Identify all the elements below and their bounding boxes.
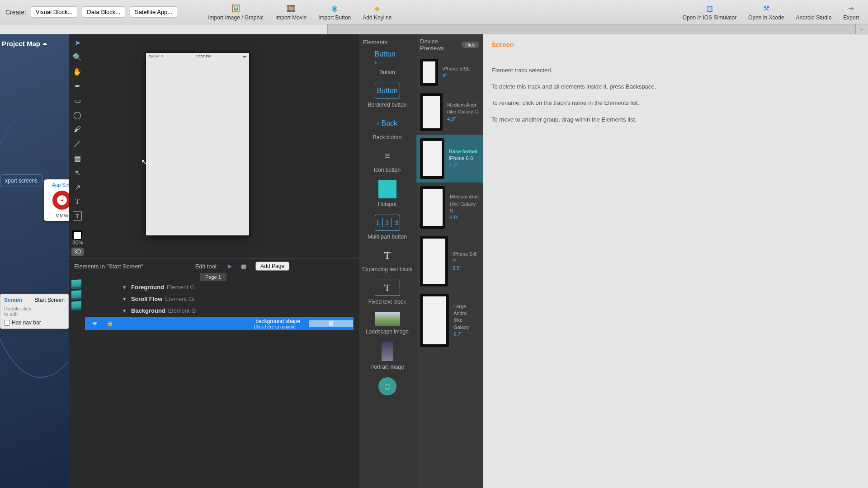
active-tab[interactable] (0, 24, 328, 34)
layer-icon[interactable] (71, 279, 81, 287)
app-settings-title: App Setti (47, 182, 69, 188)
chevron-down-icon[interactable]: ▾ (123, 296, 131, 302)
track-scroll-flow[interactable]: ▾ Scroll Flow Element Gr (123, 293, 354, 305)
chevron-down-icon[interactable]: ▾ (123, 307, 131, 314)
brush-tool-icon[interactable]: 🖌 (73, 125, 82, 134)
xcode-icon: ⚒ (761, 4, 771, 14)
rect-tool-icon[interactable]: ▭ (73, 96, 82, 105)
inspector-title: Screen (491, 41, 860, 48)
import-movie-button[interactable]: 🎞️ Import Movie (275, 4, 307, 21)
button-preview: Button › (375, 50, 400, 66)
phone-preview[interactable]: Carrier ᯤ 12:57 PM ▬ (146, 52, 250, 236)
ios-icon: ▥ (704, 4, 714, 14)
landscape-preview (375, 312, 400, 326)
node-tool-icon[interactable]: ↖ (73, 168, 82, 177)
screen-card[interactable]: Screen Start Screen Double-click to edit… (0, 294, 69, 329)
device-previews-panel: Device Previews Hide iPhone 5/SE4" Mediu… (416, 34, 483, 488)
layer-icon[interactable] (71, 301, 81, 309)
open-ios-button[interactable]: ▥ Open in iOS Simulator (683, 4, 736, 21)
track-foreground[interactable]: ▾ Foreground Element G (123, 281, 354, 293)
add-keyline-button[interactable]: ◆ Add Keyline (363, 4, 392, 21)
view-3d-button[interactable]: 3D (71, 248, 84, 256)
new-tab-button[interactable]: + (855, 24, 868, 34)
import-button-button[interactable]: ◉ Import Button (318, 4, 351, 21)
page-tab[interactable]: Page 1 (200, 273, 226, 281)
multi-preview: 123 (375, 215, 400, 231)
android-icon (809, 4, 819, 14)
device-android-large-57[interactable]: Large Andro(like Galaxy5.7" (416, 290, 483, 351)
app-label: MMW (47, 213, 69, 218)
lib-hex-item[interactable]: ⬡ (359, 377, 416, 395)
lib-expanding-text[interactable]: T Expanding text block (359, 247, 416, 272)
android-studio-button[interactable]: Android Studio (796, 4, 832, 21)
satellite-app-button[interactable]: Satellite App... (130, 6, 177, 18)
import-image-button[interactable]: 🖼️ Import Image / Graphic (208, 4, 264, 21)
lib-button[interactable]: Button › Button (359, 50, 416, 75)
portrait-preview (382, 342, 393, 361)
bordered-preview: Button (375, 83, 400, 99)
lib-bordered-button[interactable]: Button Bordered button (359, 83, 416, 108)
device-iphone-5se[interactable]: iPhone 5/SE4" (416, 55, 483, 89)
elements-library-panel: Elements Button › Button Button Bordered… (358, 34, 416, 488)
text-tool-icon[interactable]: T (73, 197, 82, 206)
screen-card-title: Screen (4, 297, 22, 303)
lib-icon-button[interactable]: ≡ Icon button (359, 148, 416, 173)
timeline-block[interactable] (308, 319, 354, 328)
edit-frame-icon[interactable]: ▦ (241, 263, 246, 270)
ellipse-tool-icon[interactable]: ◯ (73, 110, 82, 119)
zoom-tool-icon[interactable]: 🔍 (73, 52, 82, 61)
canvas-panel: ➤ 🔍 ✋ ✒ ▭ ◯ 🖌 ／ ▤ ↖ ↗ T T 30% 3D Carrier… (69, 34, 358, 488)
textbox-tool-icon[interactable]: T (73, 211, 82, 221)
direct-tool-icon[interactable]: ↗ (73, 183, 82, 192)
device-frame (420, 294, 449, 347)
layer-icon[interactable] (71, 290, 81, 298)
lib-back-button[interactable]: ‹ Back Back button (359, 115, 416, 141)
chevron-down-icon[interactable]: ▾ (123, 284, 131, 291)
lib-portrait-image[interactable]: Portrait image (359, 342, 416, 370)
device-previews-title: Device Previews (420, 38, 462, 52)
device-frame (420, 59, 438, 86)
lib-multipart-button[interactable]: 123 Multi-part button (359, 215, 416, 240)
exptext-preview: T (375, 247, 400, 263)
export-screens-chip[interactable]: xport screens (0, 174, 42, 187)
device-android-medium-43[interactable]: Medium Andr(like Galaxy C4.3" (416, 89, 483, 135)
tab-strip: + (0, 24, 868, 34)
pen-tool-icon[interactable]: ✒ (73, 81, 82, 90)
hide-button[interactable]: Hide (462, 42, 479, 48)
device-iphone-6-8[interactable]: Base formatiPhone 6-84.7" (416, 135, 483, 183)
device-iphone-6-8-plus[interactable]: iPhone 6-8 P5.5" (416, 232, 483, 290)
project-map-panel: Project Map ☁︎ xport screens App Setti ✦… (0, 34, 69, 488)
status-bar: Carrier ᯤ 12:57 PM ▬ (146, 53, 249, 59)
color-swatch[interactable] (72, 230, 82, 240)
lib-hotspot[interactable]: Hotspot (359, 180, 416, 207)
tool-strip: ➤ 🔍 ✋ ✒ ▭ ◯ 🖌 ／ ▤ ↖ ↗ T T (71, 38, 83, 240)
edit-pointer-icon[interactable]: ➤ (227, 263, 232, 270)
screen-card-subtitle: Start Screen (34, 297, 65, 303)
carrier-label: Carrier ᯤ (149, 54, 165, 58)
elements-panel-title: Elements in "Start Screen" (74, 263, 143, 270)
has-nav-checkbox[interactable]: Has nav bar (4, 319, 65, 326)
data-block-button[interactable]: Data Block... (82, 6, 125, 18)
gradient-tool-icon[interactable]: ▤ (73, 154, 82, 163)
lib-landscape-image[interactable]: Landscape image (359, 312, 416, 335)
edit-tool-label: Edit tool: (195, 263, 218, 270)
add-page-button[interactable]: Add Page (255, 262, 289, 271)
open-xcode-button[interactable]: ⚒ Open in Xcode (748, 4, 784, 21)
visibility-icon[interactable]: 👁 (92, 320, 98, 327)
device-android-medium-48[interactable]: Medium Andr(like Galaxy S4.8" (416, 183, 483, 232)
lock-icon[interactable]: 🔒 (107, 320, 113, 327)
inspector-text: Element track selected. (491, 66, 860, 75)
visual-block-button[interactable]: Visual Block... (31, 6, 77, 18)
pointer-tool-icon[interactable]: ➤ (73, 38, 82, 47)
cloud-icon[interactable]: ☁︎ (42, 40, 47, 47)
screen-hint2: to edit (4, 311, 65, 317)
selected-element-row[interactable]: 👁 🔒 background shape Click here to renam… (85, 317, 354, 330)
hand-tool-icon[interactable]: ✋ (73, 67, 82, 76)
inspector-panel: Screen Element track selected. To delete… (483, 34, 868, 488)
has-nav-input[interactable] (4, 320, 10, 326)
app-settings-card[interactable]: App Setti ✦ MMW (44, 179, 69, 221)
lib-fixed-text[interactable]: T Fixed text block (359, 280, 416, 305)
line-tool-icon[interactable]: ／ (73, 139, 82, 148)
track-background[interactable]: ▾ Background Element G (123, 305, 354, 316)
export-button[interactable]: ➔ Export (843, 4, 859, 21)
